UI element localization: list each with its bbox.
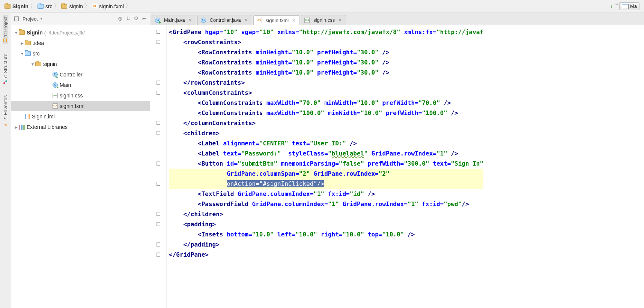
tree-label: src xyxy=(33,51,40,57)
view-mode-icon[interactable] xyxy=(14,16,19,21)
close-icon[interactable]: ✕ xyxy=(188,18,192,23)
chevron-right-icon: 〉 xyxy=(125,2,131,10)
expand-toggle[interactable]: ▶ xyxy=(20,41,25,45)
project-pane-header: Project▼ xyxy=(11,13,150,25)
window-icon xyxy=(622,4,629,9)
fxml-file-icon xyxy=(92,4,97,9)
module-file-icon xyxy=(25,114,30,119)
maven-toolwindow-button[interactable]: Ma xyxy=(619,2,639,10)
breadcrumb-bar: Signin 〉 src 〉 signin 〉 signin.fxml 〉 Ma xyxy=(0,0,644,13)
gear-icon[interactable] xyxy=(134,15,138,22)
breadcrumb-label: src xyxy=(45,3,53,9)
breadcrumb-item[interactable]: Signin xyxy=(2,3,31,9)
folder-icon xyxy=(61,4,67,9)
fold-toggle[interactable] xyxy=(156,242,160,247)
code-editor[interactable]: <GridPane hgap="10" vgap="10" xmlns="htt… xyxy=(150,25,644,308)
editor-gutter[interactable] xyxy=(150,25,167,308)
breadcrumb-item[interactable]: signin xyxy=(59,3,85,9)
tree-label: External Libraries xyxy=(27,124,68,130)
editor-tab-controller-java[interactable]: Controller.java✕ xyxy=(197,15,252,25)
star-icon: ★ xyxy=(3,122,8,128)
tab-label: Main.java xyxy=(164,17,185,23)
css-file-icon xyxy=(53,93,58,98)
folder-icon xyxy=(19,30,25,35)
tree-path-hint: (~/IdeaProjects/jfk/ xyxy=(44,30,85,36)
tree-node-src[interactable]: ▼src xyxy=(11,48,150,59)
chevron-down-icon: ▼ xyxy=(39,17,43,21)
editor-tab-signin-fxml[interactable]: signin.fxml✕ xyxy=(253,15,300,25)
fold-toggle[interactable] xyxy=(156,212,160,216)
tree-node-main[interactable]: Main xyxy=(11,80,150,90)
tree-label: signin xyxy=(43,61,57,67)
folder-icon xyxy=(25,41,31,45)
breadcrumb-item[interactable]: src xyxy=(35,3,55,9)
project-view-selector[interactable]: Project▼ xyxy=(23,16,43,22)
structure-icon xyxy=(4,80,8,84)
autoscroll-target-icon[interactable] xyxy=(118,15,123,22)
editor-tab-signin-css[interactable]: signin.css✕ xyxy=(301,15,346,25)
close-icon[interactable]: ✕ xyxy=(292,18,296,23)
editor-tab-main-java[interactable]: Main.java✕ xyxy=(152,15,196,25)
close-icon[interactable]: ✕ xyxy=(338,18,342,23)
hide-panel-icon[interactable] xyxy=(142,15,147,22)
fxml-file-icon xyxy=(53,103,58,109)
tree-label: signin.css xyxy=(60,93,83,99)
fold-toggle[interactable] xyxy=(156,40,160,44)
css-file-icon xyxy=(304,18,310,23)
tab-label: signin.css xyxy=(313,17,335,23)
tree-node-package[interactable]: ▼signin xyxy=(11,59,150,69)
folder-icon xyxy=(5,4,11,9)
fold-toggle[interactable] xyxy=(156,253,160,257)
tree-node-controller[interactable]: Controller xyxy=(11,69,150,80)
tab-label: signin.fxml xyxy=(266,18,289,23)
tree-label: Main xyxy=(60,82,71,88)
java-runnable-class-icon xyxy=(155,18,160,23)
expand-toggle[interactable]: ▼ xyxy=(14,31,19,35)
fxml-file-icon xyxy=(257,18,262,23)
toolwindow-tab-structure[interactable]: 7: Structure xyxy=(3,52,8,85)
toolwindow-tab-project[interactable]: 1: Project xyxy=(3,15,8,44)
breadcrumb-label: signin.fxml xyxy=(99,3,124,9)
editor-tabs: Main.java✕ Controller.java✕ signin.fxml✕… xyxy=(150,13,644,25)
download-updates-icon[interactable] xyxy=(610,3,616,9)
tree-node-idea[interactable]: ▶.idea xyxy=(11,38,150,48)
folder-icon xyxy=(38,4,44,9)
java-runnable-class-icon xyxy=(53,82,58,88)
collapse-all-icon[interactable] xyxy=(126,15,130,22)
tree-node-external-libraries[interactable]: ▶External Libraries xyxy=(11,122,150,132)
tab-label: Controller.java xyxy=(210,17,241,23)
tree-label: Controller xyxy=(60,72,83,78)
breadcrumb-label: Signin xyxy=(12,3,29,9)
fold-toggle[interactable] xyxy=(156,91,160,95)
project-tree: ▼Signin(~/IdeaProjects/jfk/ ▶.idea ▼src … xyxy=(11,25,150,135)
tree-label: Signin xyxy=(27,30,43,36)
tree-label: Signin.iml xyxy=(32,114,55,120)
tree-label: signin.fxml xyxy=(60,103,84,109)
project-icon xyxy=(4,39,8,42)
fold-toggle[interactable] xyxy=(156,81,160,85)
expand-toggle[interactable]: ▼ xyxy=(30,62,35,66)
fold-toggle[interactable] xyxy=(156,30,160,34)
tree-label: .idea xyxy=(33,40,44,46)
breadcrumb-item[interactable]: signin.fxml xyxy=(90,3,126,9)
code-content[interactable]: <GridPane hgap="10" vgap="10" xmlns="htt… xyxy=(167,25,483,308)
editor-area: Main.java✕ Controller.java✕ signin.fxml✕… xyxy=(150,13,644,308)
tree-node-signin-fxml[interactable]: signin.fxml xyxy=(11,101,150,111)
toolwindow-tab-favorites[interactable]: ★2: Favorites xyxy=(3,94,8,129)
fold-toggle[interactable] xyxy=(156,222,160,226)
tree-node-project-root[interactable]: ▼Signin(~/IdeaProjects/jfk/ xyxy=(11,27,150,38)
fold-toggle[interactable] xyxy=(156,161,160,166)
java-class-icon xyxy=(201,18,206,23)
source-folder-icon xyxy=(25,51,31,56)
fold-toggle[interactable] xyxy=(156,121,160,125)
expand-toggle[interactable]: ▼ xyxy=(20,52,25,56)
close-icon[interactable]: ✕ xyxy=(244,18,248,23)
breadcrumb-label: signin xyxy=(69,3,83,9)
fold-toggle[interactable] xyxy=(156,131,160,135)
tree-node-iml[interactable]: Signin.iml xyxy=(11,111,150,122)
project-tool-window: Project▼ ▼Signin(~/IdeaProjects/jfk/ ▶.i… xyxy=(11,13,150,308)
expand-toggle[interactable]: ▶ xyxy=(14,125,19,129)
java-class-icon xyxy=(53,72,58,77)
fold-toggle[interactable] xyxy=(156,182,160,186)
tree-node-signin-css[interactable]: signin.css xyxy=(11,90,150,101)
